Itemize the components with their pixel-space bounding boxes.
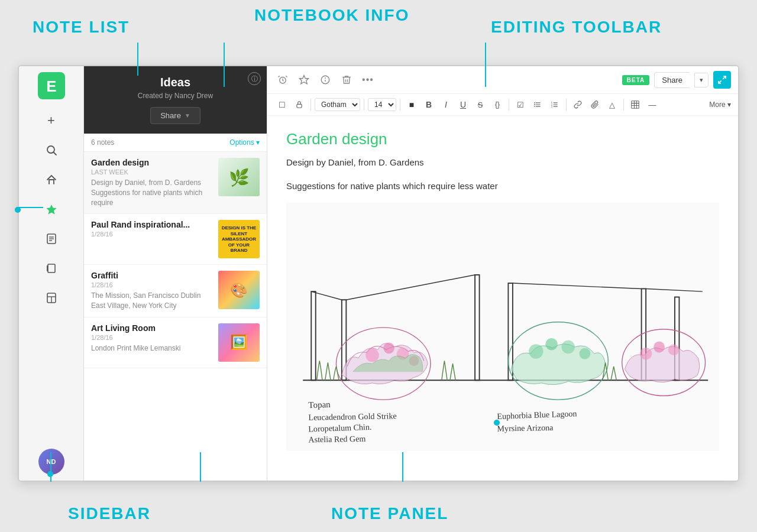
svg-text:Topan: Topan [308,400,331,410]
svg-text:3.: 3. [551,105,553,108]
svg-rect-19 [297,104,302,108]
svg-point-25 [534,106,535,107]
note-title: Art Living Room [91,323,213,333]
svg-marker-4 [46,205,56,215]
notebook-share-button[interactable]: Share ▼ [150,107,200,124]
font-size-select[interactable]: 14 [368,98,396,111]
note-list-annotation: NOTE LIST [33,18,130,37]
code-button[interactable]: {} [490,97,505,112]
highlight-button[interactable]: △ [604,97,620,112]
note-date: LAST WEEK [91,168,213,176]
search-button[interactable] [38,137,64,163]
bold-button[interactable]: B [421,97,436,112]
new-note-button[interactable]: + [38,108,64,134]
note-item-paul-rand[interactable]: Paul Rand inspirational... 1/28/16 DESIG… [84,214,267,265]
minus-button[interactable]: — [645,97,660,112]
note-thumbnail: DESIGN IS THE SILENT AMBASSADOR OF YOUR … [218,220,260,258]
unordered-list-button[interactable] [530,97,545,112]
svg-point-56 [545,338,558,351]
note-date: 1/28/16 [91,334,213,341]
table-button[interactable] [627,97,643,112]
evernote-logo[interactable]: E [38,72,65,99]
text-color-button[interactable]: ■ [404,97,419,112]
notebook-info-button[interactable]: ⓘ [248,72,261,85]
note-preview: London Print Mike Lemanski [91,343,213,353]
checkbox-format-button[interactable]: ☐ [274,97,290,112]
note-preview: Design by Daniel, from D. Gardens Sugges… [91,178,213,207]
link-button[interactable] [570,97,585,112]
note-thumbnail [218,271,260,309]
svg-rect-32 [632,101,639,108]
note-thumbnail [218,323,260,362]
note-display-title: Garden design [286,130,719,148]
check-list-button[interactable]: ☑ [513,97,528,112]
svg-point-51 [383,342,394,353]
more-options-icon[interactable]: ••• [360,72,376,88]
svg-point-58 [580,348,591,359]
notebooks-button[interactable] [38,255,64,281]
note-thumbnail [218,158,260,196]
alarm-icon[interactable] [274,72,291,88]
svg-point-62 [668,344,680,355]
notes-button[interactable] [38,226,64,252]
underline-button[interactable]: U [455,97,471,112]
note-title: Paul Rand inspirational... [91,220,213,229]
starred-button[interactable] [38,196,64,222]
attach-button[interactable] [587,97,603,112]
bookmark-star-icon[interactable] [296,72,312,88]
notebook-subtitle: Created by Nancy Drew [93,92,257,100]
note-list: Garden design LAST WEEK Design by Daniel… [84,152,267,481]
note-item-art[interactable]: Art Living Room 1/28/16 London Print Mik… [84,317,267,368]
font-family-select[interactable]: Gotham [315,98,360,111]
svg-text:Leucadendron Gold Strike: Leucadendron Gold Strike [308,411,396,422]
note-panel-annotation: NOTE PANEL [331,504,448,523]
svg-marker-15 [300,76,309,84]
note-list-panel: ⓘ Ideas Created by Nancy Drew Share ▼ 6 … [84,66,267,481]
app-container: E + [18,65,739,482]
svg-point-60 [640,348,652,360]
share-toolbar-button[interactable]: Share [654,72,690,88]
strikethrough-button[interactable]: S [473,97,488,112]
beta-badge: BETA [622,75,649,85]
notebook-header: ⓘ Ideas Created by Nancy Drew Share ▼ [84,66,267,134]
svg-point-23 [534,102,535,103]
note-item-garden[interactable]: Garden design LAST WEEK Design by Daniel… [84,152,267,214]
notebook-title: Ideas [93,76,257,89]
svg-rect-9 [48,264,55,273]
svg-text:Astelia Red Gem: Astelia Red Gem [308,434,365,445]
note-preview: The Mission, San Francisco Dublin East V… [91,291,213,311]
ordered-list-button[interactable]: 1. 2. 3. [547,97,562,112]
note-title: Garden design [91,158,213,167]
note-sketch-image: Topan Leucadendron Gold Strike Loropetal… [286,203,719,451]
more-format-button[interactable]: More ▾ [709,100,731,109]
svg-text:E: E [46,77,56,95]
note-title: Graffiti [91,271,213,280]
note-item-graffiti[interactable]: Graffiti 1/28/16 The Mission, San Franci… [84,265,267,317]
note-info-icon[interactable] [317,72,334,88]
templates-button[interactable] [38,285,64,311]
svg-point-55 [529,344,543,358]
delete-icon[interactable] [338,72,355,88]
note-content: Garden design Design by Daniel, from D. … [267,116,738,481]
note-body-line1: Design by Daniel, from D. Gardens [286,155,719,170]
lock-button[interactable] [292,97,307,112]
sidebar: E + [19,66,84,481]
svg-point-50 [365,349,379,362]
share-dropdown-button[interactable]: ▾ [694,73,709,87]
options-button[interactable]: Options ▾ [229,138,260,147]
notebook-info-annotation: NOTEBOOK INFO [254,6,409,25]
svg-rect-10 [47,265,48,271]
note-panel: ••• BETA Share ▾ ☐ Goth [267,66,738,481]
notes-count: 6 notes [91,138,114,147]
note-date: 1/28/16 [91,281,213,288]
italic-button[interactable]: I [438,97,454,112]
note-body-line2: Suggestions for native plants which requ… [286,179,719,193]
svg-point-24 [534,104,535,105]
editing-toolbar-annotation: EDITING TOOLBAR [491,18,662,37]
svg-text:Myrsine Arizona: Myrsine Arizona [497,423,554,433]
notes-count-bar: 6 notes Options ▾ [84,134,267,152]
svg-line-3 [53,153,56,155]
shortcuts-button[interactable] [38,167,64,193]
expand-button[interactable] [713,71,731,89]
toolbar-format: ☐ Gotham 14 ■ B I U S {} [267,94,738,116]
